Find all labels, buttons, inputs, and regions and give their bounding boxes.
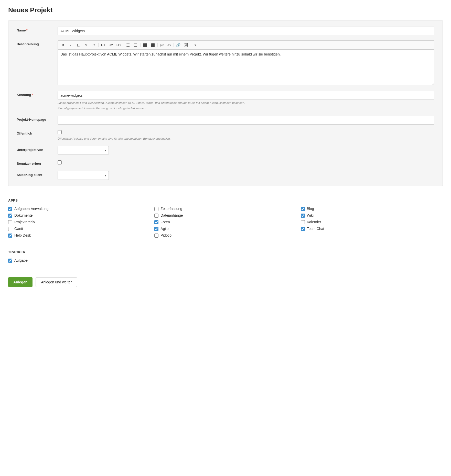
unterprojekt-select[interactable] bbox=[58, 146, 109, 155]
apps-col-1: Aufgaben-Verwaltung Dokumente Projektarc… bbox=[8, 206, 150, 238]
anlegen-button[interactable]: Anlegen bbox=[8, 277, 33, 287]
app-item-aufgaben: Aufgaben-Verwaltung bbox=[8, 206, 150, 211]
app-gantt-checkbox[interactable] bbox=[8, 227, 12, 231]
toolbar-ol[interactable]: ☰ bbox=[132, 42, 139, 48]
toolbar-h1[interactable]: H1 bbox=[100, 42, 107, 48]
app-wiki-checkbox[interactable] bbox=[301, 214, 305, 218]
app-helpdesk-label[interactable]: Help Desk bbox=[14, 233, 31, 237]
name-label: Name* bbox=[17, 27, 58, 33]
app-foren-label[interactable]: Foren bbox=[160, 220, 170, 224]
app-item-blog: Blog bbox=[301, 206, 443, 211]
app-item-projektarchiv: Projektarchiv bbox=[8, 220, 150, 224]
app-teamchat-label[interactable]: Team Chat bbox=[307, 227, 324, 231]
app-item-teamchat: Team Chat bbox=[301, 226, 443, 231]
app-agile-label[interactable]: Agile bbox=[160, 227, 168, 231]
app-blog-checkbox[interactable] bbox=[301, 207, 305, 211]
app-zeiterfassung-checkbox[interactable] bbox=[154, 207, 158, 211]
unterprojekt-row: Unterprojekt von bbox=[17, 146, 434, 155]
toolbar-sep-2 bbox=[123, 43, 123, 47]
benutzer-erben-checkbox[interactable] bbox=[58, 160, 62, 164]
anlegen-weiter-button[interactable]: Anlegen und weiter bbox=[36, 277, 77, 287]
toolbar-image[interactable]: 🖼 bbox=[182, 42, 190, 48]
toolbar-pre[interactable]: pre bbox=[159, 42, 165, 48]
app-projektarchiv-label[interactable]: Projektarchiv bbox=[14, 220, 35, 224]
tracker-aufgabe-checkbox[interactable] bbox=[8, 259, 12, 263]
toolbar-code-inline[interactable]: C bbox=[90, 42, 97, 48]
app-zeiterfassung-label[interactable]: Zeiterfassung bbox=[160, 207, 182, 211]
toolbar-code[interactable]: </> bbox=[166, 42, 173, 48]
toolbar-bold[interactable]: B bbox=[59, 42, 67, 48]
app-foren-checkbox[interactable] bbox=[154, 220, 158, 224]
oeffentlich-wrapper: Öffentliche Projekte und deren Inhalte s… bbox=[58, 130, 434, 141]
app-dokumente-label[interactable]: Dokumente bbox=[14, 213, 33, 217]
app-kalender-checkbox[interactable] bbox=[301, 220, 305, 224]
app-pidoco-checkbox[interactable] bbox=[154, 234, 158, 238]
oeffentlich-row: Öffentlich Öffentliche Projekte und dere… bbox=[17, 130, 434, 141]
app-kalender-label[interactable]: Kalender bbox=[307, 220, 321, 224]
app-dateianhange-label[interactable]: Dateianhänge bbox=[160, 213, 183, 217]
toolbar-sep-3 bbox=[140, 43, 141, 47]
salesking-label: SalesKing client bbox=[17, 171, 58, 177]
app-teamchat-checkbox[interactable] bbox=[301, 227, 305, 231]
app-wiki-label[interactable]: Wiki bbox=[307, 213, 314, 217]
toolbar-underline[interactable]: U bbox=[75, 42, 82, 48]
salesking-select[interactable] bbox=[58, 171, 109, 180]
toolbar-h2[interactable]: H2 bbox=[107, 42, 114, 48]
app-item-zeiterfassung: Zeiterfassung bbox=[154, 206, 296, 211]
kennung-input[interactable] bbox=[58, 91, 434, 100]
tracker-item-aufgabe: Aufgabe bbox=[8, 258, 28, 263]
name-row: Name* bbox=[17, 27, 434, 35]
app-dateianhange-checkbox[interactable] bbox=[154, 214, 158, 218]
toolbar-h3[interactable]: H3 bbox=[115, 42, 122, 48]
salesking-select-wrapper bbox=[58, 171, 109, 180]
unterprojekt-wrapper bbox=[58, 146, 434, 155]
toolbar-align-left[interactable]: ⬛ bbox=[142, 42, 149, 48]
oeffentlich-hint: Öffentliche Projekte und deren Inhalte s… bbox=[58, 137, 434, 141]
name-input[interactable] bbox=[58, 27, 434, 35]
apps-grid: Aufgaben-Verwaltung Dokumente Projektarc… bbox=[8, 206, 443, 238]
app-aufgaben-label[interactable]: Aufgaben-Verwaltung bbox=[14, 207, 49, 211]
kennung-hint-1: Länge zwischen 1 und 100 Zeichen. Kleinb… bbox=[58, 101, 434, 105]
toolbar-ul[interactable]: ☰ bbox=[124, 42, 132, 48]
tracker-grid: Aufgabe bbox=[8, 258, 443, 263]
description-wrapper: B I U S C H1 H2 H3 ☰ ☰ ⬛ ⬛ pre </> 🔗 bbox=[58, 40, 434, 86]
oeffentlich-label: Öffentlich bbox=[17, 130, 58, 136]
toolbar-italic[interactable]: I bbox=[67, 42, 74, 48]
kennung-wrapper: Länge zwischen 1 und 100 Zeichen. Kleinb… bbox=[58, 91, 434, 111]
app-projektarchiv-checkbox[interactable] bbox=[8, 220, 12, 224]
tracker-title: TRACKER bbox=[8, 250, 443, 254]
app-dokumente-checkbox[interactable] bbox=[8, 214, 12, 218]
app-item-dateianhange: Dateianhänge bbox=[154, 213, 296, 218]
toolbar-link[interactable]: 🔗 bbox=[175, 42, 182, 48]
apps-col-3: Blog Wiki Kalender Team Chat bbox=[301, 206, 443, 238]
app-item-pidoco: Pidoco bbox=[154, 233, 296, 238]
kennung-row: Kennung* Länge zwischen 1 und 100 Zeiche… bbox=[17, 91, 434, 111]
app-pidoco-label[interactable]: Pidoco bbox=[160, 233, 171, 237]
app-agile-checkbox[interactable] bbox=[154, 227, 158, 231]
tracker-aufgabe-label[interactable]: Aufgabe bbox=[14, 258, 28, 262]
app-helpdesk-checkbox[interactable] bbox=[8, 234, 12, 238]
description-textarea[interactable]: Das ist das Hauptprojekt von ACME Widget… bbox=[58, 49, 434, 85]
oeffentlich-checkbox[interactable] bbox=[58, 130, 62, 134]
editor-toolbar: B I U S C H1 H2 H3 ☰ ☰ ⬛ ⬛ pre </> 🔗 bbox=[58, 40, 434, 49]
toolbar-help[interactable]: ? bbox=[192, 42, 199, 48]
tracker-section: TRACKER Aufgabe bbox=[8, 244, 443, 269]
salesking-row: SalesKing client bbox=[17, 171, 434, 180]
unterprojekt-select-wrapper bbox=[58, 146, 109, 155]
app-item-helpdesk: Help Desk bbox=[8, 233, 150, 238]
toolbar-sep-1 bbox=[98, 43, 99, 47]
app-gantt-label[interactable]: Gantt bbox=[14, 227, 23, 231]
name-wrapper bbox=[58, 27, 434, 35]
toolbar-align-right[interactable]: ⬛ bbox=[149, 42, 156, 48]
app-item-gantt: Gantt bbox=[8, 226, 150, 231]
project-form-section: Name* Beschreibung B I U S C H1 H2 H3 ☰ … bbox=[8, 20, 443, 186]
description-row: Beschreibung B I U S C H1 H2 H3 ☰ ☰ ⬛ ⬛ … bbox=[17, 40, 434, 86]
actions-divider bbox=[8, 269, 443, 269]
apps-section: APPS Aufgaben-Verwaltung Dokumente Proje… bbox=[8, 192, 443, 244]
homepage-input[interactable] bbox=[58, 116, 434, 125]
apps-title: APPS bbox=[8, 198, 443, 202]
apps-col-2: Zeiterfassung Dateianhänge Foren Agile P… bbox=[154, 206, 296, 238]
app-blog-label[interactable]: Blog bbox=[307, 207, 314, 211]
app-aufgaben-checkbox[interactable] bbox=[8, 207, 12, 211]
toolbar-strike[interactable]: S bbox=[82, 42, 90, 48]
